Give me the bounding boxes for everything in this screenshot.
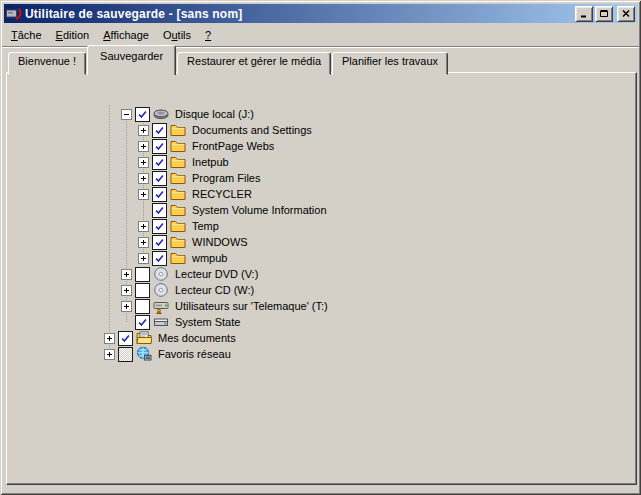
backup-utility-window: Utilitaire de sauvegarde - [sans nom] Tâ…: [0, 0, 641, 495]
checkbox-checked[interactable]: [152, 155, 167, 170]
menubar: TâcheEditionAffichageOutils?: [4, 26, 218, 44]
folder-icon: [170, 218, 186, 234]
network-places-icon: [136, 346, 152, 362]
tree-item-windows[interactable]: WINDOWS: [98, 234, 321, 250]
tree-item-utilisateurs-sur-telemaque-t[interactable]: Utilisateurs sur 'Telemaque' (T:): [98, 298, 321, 314]
tree-item-label[interactable]: Disque local (J:): [173, 108, 256, 120]
local-disk-icon: [153, 106, 169, 122]
menu-affichage[interactable]: Affichage: [96, 27, 156, 43]
folder-icon: [170, 250, 186, 266]
tree-item-documents-and-settings[interactable]: Documents and Settings: [98, 122, 321, 138]
tree-item-label[interactable]: Mes documents: [156, 332, 238, 344]
tree-item-inetpub[interactable]: Inetpub: [98, 154, 321, 170]
network-drive-icon: [153, 298, 169, 314]
tab-planifier-les-travaux[interactable]: Planifier les travaux: [332, 52, 448, 75]
tree-item-wmpub[interactable]: wmpub: [98, 250, 321, 266]
tree-item-recycler[interactable]: RECYCLER: [98, 186, 321, 202]
checkbox-grayed[interactable]: [118, 347, 133, 362]
maximize-button[interactable]: [595, 6, 613, 22]
tree-item-temp[interactable]: Temp: [98, 218, 321, 234]
menu-item[interactable]: ?: [198, 27, 218, 43]
checkbox-checked[interactable]: [152, 123, 167, 138]
tree-item-label[interactable]: Lecteur CD (W:): [173, 284, 256, 296]
tree-expander-plus[interactable]: [104, 333, 115, 344]
tree-expander-plus[interactable]: [138, 253, 149, 264]
tree-item-label[interactable]: FrontPage Webs: [190, 140, 276, 152]
checkbox-checked[interactable]: [135, 107, 150, 122]
checkbox-checked[interactable]: [152, 203, 167, 218]
tree-expander-plus[interactable]: [138, 189, 149, 200]
tree-expander-plus[interactable]: [138, 237, 149, 248]
menu-edition[interactable]: Edition: [49, 27, 97, 43]
checkbox-unchecked[interactable]: [135, 299, 150, 314]
tab-bienvenue[interactable]: Bienvenue !: [8, 52, 86, 75]
tree-item-label[interactable]: Program Files: [190, 172, 262, 184]
folder-icon: [170, 202, 186, 218]
tree-item-label[interactable]: WINDOWS: [190, 236, 250, 248]
menu-outils[interactable]: Outils: [156, 27, 198, 43]
checkbox-checked[interactable]: [152, 171, 167, 186]
tree-expander-plus[interactable]: [138, 221, 149, 232]
tree-expander-plus[interactable]: [121, 285, 132, 296]
backup-tree-panel: Disque local (J:)Documents and SettingsF…: [95, 102, 340, 365]
checkbox-checked[interactable]: [135, 315, 150, 330]
close-button[interactable]: [617, 6, 635, 22]
tree-item-disque-local-j[interactable]: Disque local (J:): [98, 106, 321, 122]
tree-item-system-state[interactable]: System State: [98, 314, 321, 330]
tree-expander-plus[interactable]: [138, 173, 149, 184]
folder-icon: [170, 154, 186, 170]
my-documents-icon: [136, 330, 152, 346]
tree-expander-plus[interactable]: [138, 141, 149, 152]
checkbox-checked[interactable]: [118, 331, 133, 346]
minimize-button[interactable]: [575, 6, 593, 22]
titlebar[interactable]: Utilitaire de sauvegarde - [sans nom]: [4, 4, 637, 23]
tab-strip: Bienvenue !SauvegarderRestaurer et gérer…: [8, 50, 449, 75]
tree-item-frontpage-webs[interactable]: FrontPage Webs: [98, 138, 321, 154]
tree-item-mes-documents[interactable]: Mes documents: [98, 330, 321, 346]
tree-expander-plus[interactable]: [138, 157, 149, 168]
cd-drive-icon: [153, 266, 169, 282]
tree-item-lecteur-dvd-v[interactable]: Lecteur DVD (V:): [98, 266, 321, 282]
checkbox-checked[interactable]: [152, 235, 167, 250]
tree-item-lecteur-cd-w[interactable]: Lecteur CD (W:): [98, 282, 321, 298]
window-title: Utilitaire de sauvegarde - [sans nom]: [25, 7, 575, 21]
tree-expander-plus[interactable]: [121, 301, 132, 312]
folder-icon: [170, 122, 186, 138]
tree-item-label[interactable]: System Volume Information: [190, 204, 329, 216]
tree-item-label[interactable]: System State: [173, 316, 242, 328]
tab-sauvegarder[interactable]: Sauvegarder: [87, 45, 176, 75]
folder-icon: [170, 186, 186, 202]
checkbox-checked[interactable]: [152, 187, 167, 202]
tree-expander-plus[interactable]: [104, 349, 115, 360]
checkbox-unchecked[interactable]: [135, 283, 150, 298]
checkbox-checked[interactable]: [152, 251, 167, 266]
checkbox-unchecked[interactable]: [135, 267, 150, 282]
tree-rows: Disque local (J:)Documents and SettingsF…: [98, 106, 321, 362]
tree-item-label[interactable]: Inetpub: [190, 156, 231, 168]
folder-icon: [170, 138, 186, 154]
tree-item-label[interactable]: Favoris réseau: [156, 348, 233, 360]
tree-expander-plus[interactable]: [121, 269, 132, 280]
tree-item-label[interactable]: Temp: [190, 220, 221, 232]
cd-drive-icon: [153, 282, 169, 298]
tree-item-program-files[interactable]: Program Files: [98, 170, 321, 186]
menu-tache[interactable]: Tâche: [4, 27, 49, 43]
checkbox-checked[interactable]: [152, 139, 167, 154]
tab-restaurer-et-gerer-le-media[interactable]: Restaurer et gérer le média: [177, 52, 331, 75]
tree-item-label[interactable]: wmpub: [190, 252, 229, 264]
tree-item-label[interactable]: RECYCLER: [190, 188, 254, 200]
tree-item-label[interactable]: Utilisateurs sur 'Telemaque' (T:): [173, 300, 330, 312]
tree-expander-minus[interactable]: [121, 109, 132, 120]
system-state-icon: [153, 314, 169, 330]
folder-icon: [170, 234, 186, 250]
tree-item-label[interactable]: Lecteur DVD (V:): [173, 268, 260, 280]
window-controls: [575, 6, 635, 22]
tree-expander-plus[interactable]: [138, 125, 149, 136]
tree-item-favoris-reseau[interactable]: Favoris réseau: [98, 346, 321, 362]
checkbox-checked[interactable]: [152, 219, 167, 234]
tree-item-system-volume-information[interactable]: System Volume Information: [98, 202, 321, 218]
tree-item-label[interactable]: Documents and Settings: [190, 124, 314, 136]
backup-drive-icon: [6, 6, 22, 22]
folder-icon: [170, 170, 186, 186]
